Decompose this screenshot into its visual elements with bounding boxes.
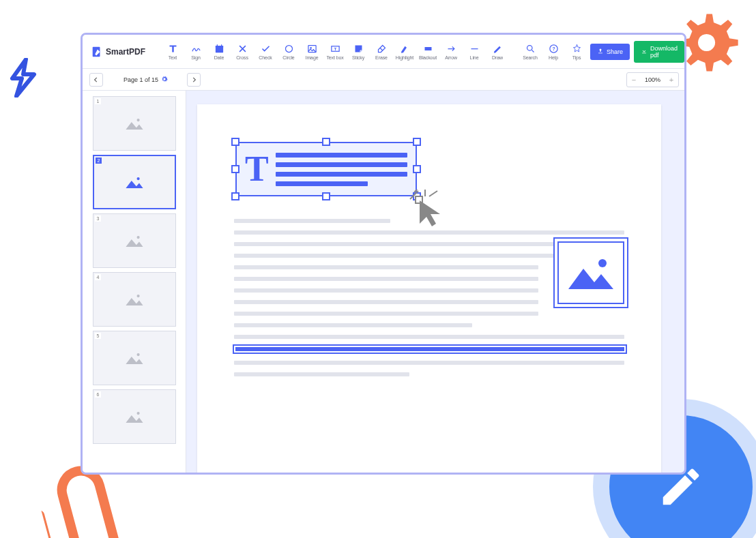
tool-image[interactable]: Image bbox=[301, 38, 323, 65]
line-icon bbox=[469, 43, 480, 54]
textbox-selection[interactable]: T bbox=[235, 142, 417, 196]
tool-erase[interactable]: Erase bbox=[370, 38, 392, 65]
tool-label: Circle bbox=[282, 55, 294, 60]
resize-handle-tl[interactable] bbox=[231, 138, 239, 146]
thumbnail-page-5[interactable]: 5 bbox=[93, 331, 176, 385]
thumbnail-panel: 123456 bbox=[83, 91, 186, 473]
tool-check[interactable]: Check bbox=[255, 38, 276, 65]
cross-icon bbox=[237, 43, 248, 54]
resize-handle-ml[interactable] bbox=[231, 165, 239, 173]
tool-label: Cross bbox=[236, 55, 248, 60]
edit-tools: TextSignDateCrossCheckCircleImageTText b… bbox=[159, 38, 511, 65]
thumbnail-page-2[interactable]: 2 bbox=[93, 155, 176, 209]
download-button[interactable]: Download pdf bbox=[634, 41, 684, 63]
tool-label: Highlight bbox=[396, 55, 413, 60]
tool-tips[interactable]: Tips bbox=[566, 38, 587, 65]
tool-blackout[interactable]: Blackout bbox=[417, 38, 439, 65]
svg-point-17 bbox=[136, 295, 139, 297]
tool-label: Sticky bbox=[352, 55, 364, 60]
svg-point-14 bbox=[136, 119, 139, 121]
tool-highlight[interactable]: Highlight bbox=[394, 38, 416, 65]
tool-label: Check bbox=[259, 55, 272, 60]
zoom-in-button[interactable]: + bbox=[665, 73, 678, 87]
svg-text:?: ? bbox=[552, 46, 555, 51]
svg-point-5 bbox=[285, 45, 292, 52]
svg-point-7 bbox=[310, 47, 312, 49]
tool-label: Sign bbox=[191, 55, 201, 60]
tool-label: Text box bbox=[326, 55, 343, 60]
resize-handle-tm[interactable] bbox=[322, 138, 330, 146]
svg-point-18 bbox=[136, 353, 139, 356]
prev-page-button[interactable] bbox=[89, 73, 103, 87]
share-icon bbox=[597, 48, 604, 56]
image-placeholder[interactable] bbox=[553, 237, 628, 308]
page-number: 5 bbox=[95, 333, 102, 339]
share-button[interactable]: Share bbox=[590, 44, 630, 60]
page-number: 1 bbox=[95, 98, 102, 104]
document-page[interactable]: T bbox=[197, 104, 661, 473]
tool-label: Line bbox=[470, 55, 479, 60]
search-icon bbox=[525, 43, 536, 54]
lightning-decoration bbox=[7, 58, 38, 98]
sticky-icon bbox=[353, 43, 364, 54]
tool-date[interactable]: Date bbox=[208, 38, 230, 65]
zoom-out-button[interactable]: − bbox=[627, 73, 641, 87]
thumbnail-page-1[interactable]: 1 bbox=[93, 96, 176, 151]
navigation-bar: Page 1 of 15 − 100% + bbox=[83, 69, 684, 91]
selected-line[interactable] bbox=[233, 344, 627, 354]
tool-sign[interactable]: Sign bbox=[185, 38, 207, 65]
tool-draw[interactable]: Draw bbox=[486, 38, 508, 65]
thumbnail-page-6[interactable]: 6 bbox=[93, 389, 176, 444]
tool-search[interactable]: Search bbox=[519, 38, 541, 65]
tool-line[interactable]: Line bbox=[463, 38, 485, 65]
resize-handle-bl[interactable] bbox=[231, 192, 239, 200]
tool-arrow[interactable]: Arrow bbox=[440, 38, 462, 65]
resize-handle-bm[interactable] bbox=[322, 192, 330, 200]
page-number: 2 bbox=[96, 158, 102, 164]
svg-rect-10 bbox=[424, 47, 431, 50]
page-settings-icon[interactable] bbox=[161, 76, 168, 84]
app-window: SmartPDF TextSignDateCrossCheckCircleIma… bbox=[81, 33, 686, 475]
page-indicator: Page 1 of 15 bbox=[123, 76, 168, 84]
thumbnail-page-4[interactable]: 4 bbox=[93, 272, 176, 327]
resize-handle-br[interactable] bbox=[413, 192, 421, 200]
next-page-button[interactable] bbox=[187, 73, 201, 87]
blackout-icon bbox=[422, 43, 433, 54]
app-name: SmartPDF bbox=[106, 47, 145, 57]
tool-label: Search bbox=[523, 55, 538, 60]
textbox-content[interactable]: T bbox=[235, 142, 417, 196]
svg-text:T: T bbox=[334, 46, 336, 51]
help-icon: ? bbox=[548, 43, 559, 54]
tool-label: Text bbox=[169, 55, 177, 60]
tool-label: Blackout bbox=[419, 55, 437, 60]
download-label: Download pdf bbox=[650, 45, 678, 59]
page-number: 4 bbox=[95, 274, 102, 280]
svg-point-11 bbox=[527, 45, 532, 50]
share-label: Share bbox=[607, 48, 623, 55]
date-icon bbox=[214, 43, 224, 54]
svg-rect-2 bbox=[215, 46, 222, 48]
app-logo: SmartPDF bbox=[88, 46, 154, 58]
svg-point-15 bbox=[136, 177, 139, 180]
svg-point-26 bbox=[598, 259, 607, 267]
tool-sticky[interactable]: Sticky bbox=[347, 38, 369, 65]
body: 123456 T bbox=[83, 91, 684, 473]
resize-handle-tr[interactable] bbox=[413, 138, 421, 146]
svg-rect-3 bbox=[216, 44, 217, 46]
textbox-icon: T bbox=[330, 43, 340, 54]
resize-handle-mr[interactable] bbox=[413, 165, 421, 173]
tool-label: Erase bbox=[375, 55, 388, 60]
image-icon bbox=[306, 43, 317, 54]
tool-text[interactable]: Text bbox=[162, 38, 184, 65]
tool-cross[interactable]: Cross bbox=[231, 38, 253, 65]
text-icon bbox=[167, 43, 178, 54]
tool-textbox[interactable]: TText box bbox=[324, 38, 346, 65]
tool-circle[interactable]: Circle bbox=[278, 38, 300, 65]
canvas-area: T bbox=[186, 91, 684, 473]
tool-help[interactable]: ?Help bbox=[542, 38, 564, 65]
tool-label: Arrow bbox=[445, 55, 457, 60]
tool-label: Image bbox=[306, 55, 319, 60]
textbox-lines bbox=[276, 153, 407, 186]
thumbnail-page-3[interactable]: 3 bbox=[93, 213, 176, 268]
zoom-control: − 100% + bbox=[626, 72, 679, 87]
